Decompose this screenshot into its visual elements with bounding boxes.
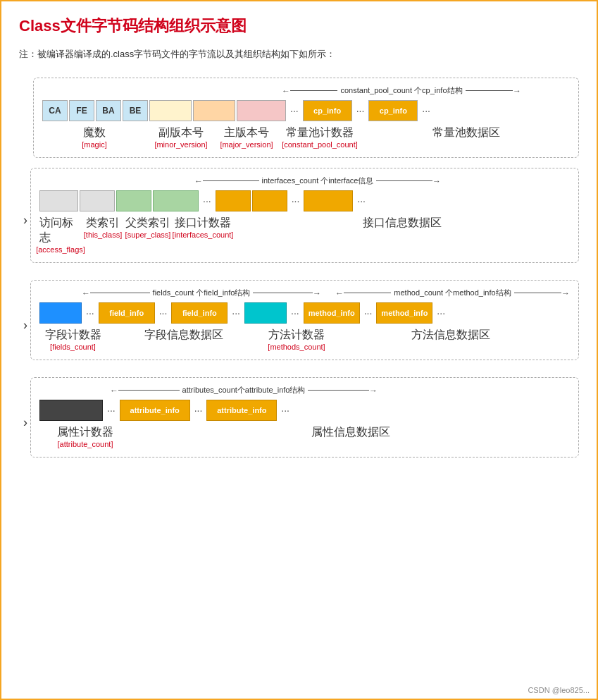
attrs-arrow-wrap: ← attributes_count个attribute_info结构 →: [110, 385, 570, 395]
block-minor-version: [149, 100, 192, 121]
label-fields-count: 字段计数器 [fields_count]: [39, 328, 106, 351]
section2-wrapper: › ← interfaces_count 个interface信息 →: [23, 168, 579, 273]
block-interface-3: [304, 190, 353, 211]
section1-labels: 魔数 [magic] 副版本号 [minor_version] 主版本号 [ma…: [42, 125, 570, 149]
block-ba: BA: [96, 100, 121, 121]
block-interface-1: [216, 190, 251, 211]
label-super-class: 父类索引 [super_class]: [124, 216, 172, 239]
label-method-data: 方法信息数据区: [332, 328, 570, 343]
section4-wrapper: › ← attributes_count个attribute_info结构 → …: [23, 377, 579, 467]
block-access-flags: [39, 190, 78, 211]
section1-box: ← constant_pool_count 个cp_info结构 → CA FE…: [33, 78, 579, 158]
dots-sec2-3: ···: [354, 195, 368, 207]
label-minor: 副版本号 [minor_version]: [147, 125, 216, 149]
section4-blocks-row: ··· attribute_info ··· attribute_info ··…: [39, 400, 570, 421]
section2-labels: 访问标志 [access_flags] 类索引 [this_class] 父类索…: [39, 216, 570, 254]
label-attr-count: 属性计数器 [attribute_count]: [39, 425, 131, 448]
section3-wrapper: › ← fields_count 个field_info结构 → ←: [23, 280, 579, 370]
block-ca: CA: [42, 100, 68, 121]
label-access-flags: 访问标志 [access_flags]: [39, 216, 82, 254]
credit-text: CSDN @leo825...: [528, 686, 590, 694]
block-super-class: [116, 190, 151, 211]
label-interfaces-count: 接口计数器 [interfaces_count]: [172, 216, 234, 239]
dots-sec2-1: ···: [200, 195, 214, 207]
note-text: 注：被编译器编译成的.class字节码文件的字节流以及其组织结构如下如所示：: [19, 48, 579, 61]
methods-arrow: ← method_count 个method_info结构 →: [335, 288, 570, 298]
interfaces-arrow-wrap: ← interfaces_count 个interface信息 →: [194, 176, 570, 186]
block-major-version: [193, 100, 235, 121]
page-container: Class文件字节码结构组织示意图 注：被编译器编译成的.class字节码文件的…: [1, 1, 597, 489]
dots-sec4-1: ···: [104, 405, 118, 416]
block-methods-count: [244, 302, 287, 324]
section3-arrow-prefix: ›: [23, 318, 27, 333]
dots-sec3-3: ···: [229, 307, 243, 319]
block-const-count: [237, 100, 286, 121]
section4-labels: 属性计数器 [attribute_count] 属性信息数据区: [39, 425, 570, 448]
block-method-info-2: method_info: [376, 302, 432, 324]
dots-sec4-2: ···: [192, 405, 206, 416]
block-cp-info-1: cp_info: [303, 100, 352, 121]
dots-sec2-2: ···: [289, 195, 303, 207]
section2-blocks-row: ··· ··· ···: [39, 190, 570, 211]
section3-arrows-row: ← fields_count 个field_info结构 → ← method_…: [39, 288, 570, 298]
section4-arrow-prefix: ›: [23, 415, 27, 430]
block-interface-2: [252, 190, 287, 211]
dots-sec3-6: ···: [434, 307, 448, 319]
page-title: Class文件字节码结构组织示意图: [19, 16, 579, 37]
dots-sec3-2: ···: [156, 307, 170, 319]
constant-pool-arrow: ← constant_pool_count 个cp_info结构 →: [282, 85, 521, 96]
label-attr-data: 属性信息数据区: [131, 425, 570, 440]
label-field-data: 字段信息数据区: [106, 328, 261, 343]
label-const-data: 常量池数据区: [362, 125, 570, 140]
section2-box: ← interfaces_count 个interface信息 → ···: [30, 168, 579, 263]
block-attr-count: [39, 400, 103, 421]
section1-blocks-row: CA FE BA BE ··· cp_info ··· cp_info ···: [42, 100, 570, 121]
block-fe: FE: [69, 100, 94, 121]
label-magic: 魔数 [magic]: [42, 125, 147, 149]
dots-sec3-1: ···: [83, 307, 97, 319]
block-this-class: [80, 190, 115, 211]
dots-sec4-3: ···: [278, 405, 292, 416]
dots-sec3-4: ···: [288, 307, 302, 319]
block-field-info-1: field_info: [99, 302, 155, 324]
block-be: BE: [123, 100, 148, 121]
block-interfaces-count: [153, 190, 199, 211]
block-fields-count: [39, 302, 82, 324]
dots-sec3-5: ···: [361, 307, 375, 319]
dots1: ···: [287, 105, 301, 116]
label-const-count: 常量池计数器 [constant_pool_count]: [278, 125, 362, 149]
fields-arrow: ← fields_count 个field_info结构 →: [82, 288, 321, 298]
section3-blocks-row: ··· field_info ··· field_info ··· ··· me…: [39, 302, 570, 324]
label-major: 主版本号 [major_version]: [216, 125, 278, 149]
label-interface-data: 接口信息数据区: [234, 216, 570, 231]
label-methods-count: 方法计数器 [methods_count]: [261, 328, 332, 351]
section3-labels: 字段计数器 [fields_count] 字段信息数据区 方法计数器 [meth…: [39, 328, 570, 351]
section3-box: ← fields_count 个field_info结构 → ← method_…: [30, 280, 579, 360]
dots3: ···: [419, 105, 433, 116]
section2-arrow-prefix: ›: [23, 213, 27, 228]
dots2: ···: [354, 105, 368, 116]
block-attr-info-1: attribute_info: [120, 400, 190, 421]
section4-box: ← attributes_count个attribute_info结构 → ··…: [30, 377, 579, 458]
label-this-class: 类索引 [this_class]: [82, 216, 124, 239]
block-field-info-2: field_info: [171, 302, 228, 324]
block-method-info-1: method_info: [304, 302, 360, 324]
block-cp-info-2: cp_info: [368, 100, 418, 121]
block-attr-info-2: attribute_info: [206, 400, 277, 421]
